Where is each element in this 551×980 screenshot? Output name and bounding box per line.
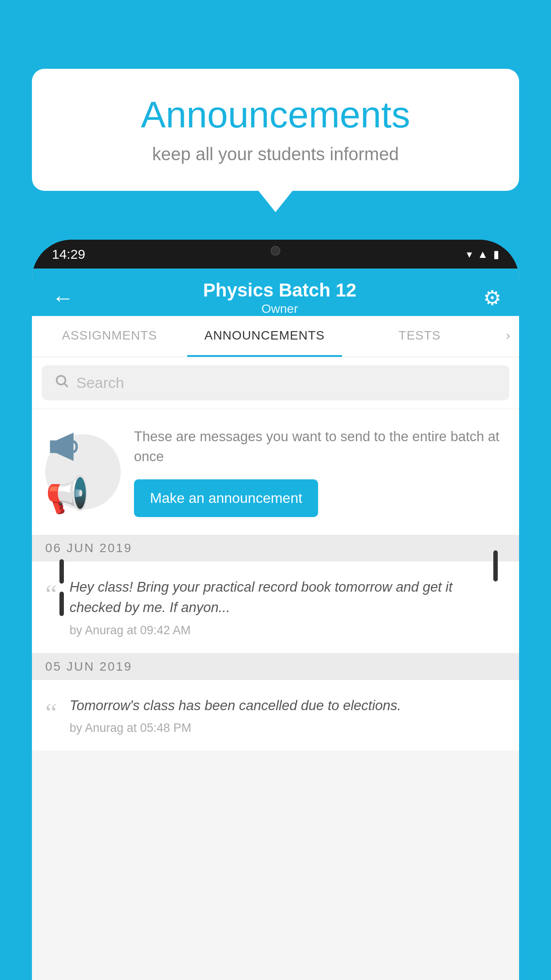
tab-more[interactable]: › [497,316,519,357]
settings-icon[interactable]: ⚙ [483,286,501,310]
power-btn [493,550,498,581]
search-container: Search [32,357,519,408]
camera-dot [271,246,280,256]
announcement-description: These are messages you want to send to t… [134,427,506,467]
tab-announcements[interactable]: ANNOUNCEMENTS [187,316,342,357]
volume-up-button [59,559,64,584]
announcement-item-1[interactable]: “ Hey class! Bring your practical record… [32,561,519,653]
announcement-content-1: Hey class! Bring your practical record b… [70,577,506,637]
phone-frame: 14:29 ▾ ▲ ▮ ← Physics Batch 12 Owner ⚙ A… [32,240,519,980]
phone-screen: ← Physics Batch 12 Owner ⚙ ASSIGNMENTS A… [32,269,519,980]
tab-tests[interactable]: TESTS [342,316,497,357]
signal-icon: ▲ [477,248,488,261]
header-title-area: Physics Batch 12 Owner [76,280,483,316]
speech-bubble: Announcements keep all your students inf… [32,69,519,191]
header-subtitle: Owner [76,302,483,316]
status-icons: ▾ ▲ ▮ [467,248,499,261]
volume-down-button [59,592,64,616]
speech-bubble-title: Announcements [59,93,492,136]
announcement-right: These are messages you want to send to t… [134,427,506,517]
announcement-content-2: Tomorrow's class has been cancelled due … [70,695,506,735]
volume-buttons-left [59,559,64,624]
megaphone-icon: 📢 [45,428,121,516]
status-bar: 14:29 ▾ ▲ ▮ [32,240,519,269]
wifi-icon: ▾ [467,248,472,261]
speech-bubble-subtitle: keep all your students informed [59,144,492,164]
search-icon [54,373,69,392]
announcement-item-2[interactable]: “ Tomorrow's class has been cancelled du… [32,680,519,751]
svg-line-1 [65,384,67,387]
search-bar[interactable]: Search [42,365,509,400]
quote-icon-1: “ [45,581,57,607]
announcement-text-2: Tomorrow's class has been cancelled due … [70,695,506,716]
phone-notch [240,240,311,262]
tabs-container: ASSIGNMENTS ANNOUNCEMENTS TESTS › [32,316,519,357]
megaphone-circle: 📢 [45,434,121,510]
announcement-text-1: Hey class! Bring your practical record b… [70,577,506,618]
power-button [493,550,498,590]
search-placeholder: Search [76,374,124,391]
header-title: Physics Batch 12 [76,280,483,301]
date-separator-1: 06 JUN 2019 [32,535,519,561]
tab-assignments[interactable]: ASSIGNMENTS [32,316,187,357]
announcement-author-2: by Anurag at 05:48 PM [70,721,506,735]
announcement-author-1: by Anurag at 09:42 AM [70,624,506,637]
speech-bubble-container: Announcements keep all your students inf… [32,69,519,191]
back-button[interactable]: ← [50,283,76,313]
make-announcement-button[interactable]: Make an announcement [134,479,318,517]
app-header: ← Physics Batch 12 Owner ⚙ [32,269,519,316]
battery-icon: ▮ [493,248,499,261]
announcement-prompt: 📢 These are messages you want to send to… [32,409,519,535]
date-separator-2: 05 JUN 2019 [32,653,519,680]
status-time: 14:29 [52,247,85,262]
quote-icon-2: “ [45,699,57,726]
